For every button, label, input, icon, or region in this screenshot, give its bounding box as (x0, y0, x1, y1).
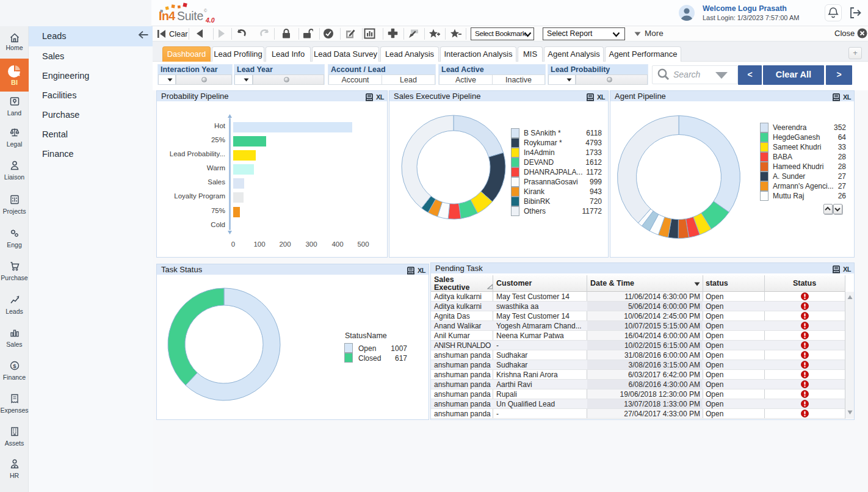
svg-text:©: © (204, 9, 208, 13)
svg-text:$: $ (13, 363, 16, 369)
svg-text:4.0: 4.0 (205, 16, 215, 24)
svg-text:In4: In4 (159, 9, 175, 23)
svg-text:Suite: Suite (177, 9, 203, 23)
